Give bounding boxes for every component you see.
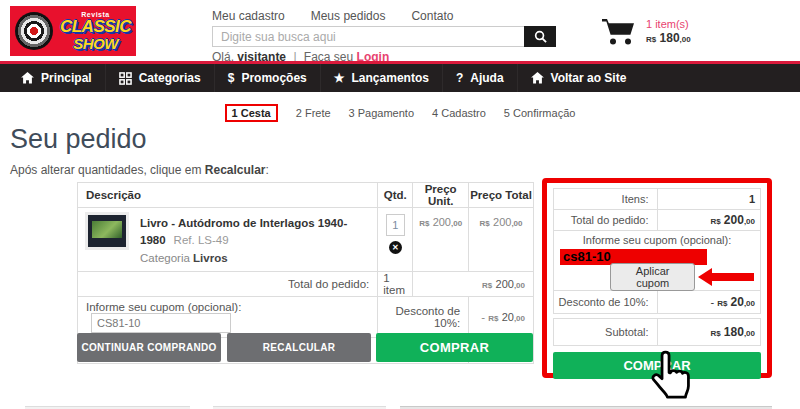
step-confirmacao[interactable]: 5 Confirmação (504, 107, 576, 119)
search-button[interactable] (524, 26, 556, 47)
link-meus-pedidos[interactable]: Meus pedidos (311, 9, 386, 23)
quantity-input[interactable] (386, 214, 405, 236)
summary-subtotal-row: Subtotal: R$ 180,00 (554, 319, 761, 346)
main-navbar: Principal Categorias $ Promoções ★ Lança… (0, 61, 800, 92)
step-pagamento[interactable]: 3 Pagamento (349, 107, 414, 119)
checkout-page: Revista CLASSIC SHOW Meu cadastro Meus p… (0, 0, 800, 409)
search-bar (212, 26, 556, 47)
summary-items-value: 1 (657, 189, 761, 210)
discount-label: Desconto de 10%: (378, 296, 469, 337)
grid-icon (119, 72, 132, 85)
continue-shopping-button[interactable]: CONTINUAR COMPRANDO (77, 333, 221, 362)
unit-price: R$ 200,00 (419, 216, 462, 228)
summary-items-label: Itens: (554, 189, 658, 210)
order-total-qty: 1 item (378, 271, 413, 296)
discount-value: - R$ 20,00 (481, 311, 525, 323)
line-total-price: R$ 200,00 (480, 216, 523, 228)
product-thumbnail[interactable] (85, 212, 129, 250)
nav-item-ajuda[interactable]: ? Ajuda (442, 64, 517, 92)
nav-item-promocoes[interactable]: $ Promoções (214, 64, 320, 92)
cart-total: R$ 180,00 (646, 31, 691, 47)
nav-item-categorias[interactable]: Categorias (105, 64, 214, 92)
summary-coupon-label: Informe seu cupom (opcional): (558, 234, 756, 246)
store-logo[interactable]: Revista CLASSIC SHOW (10, 6, 136, 56)
page-note: Após alterar quantidades, clique em Reca… (10, 163, 269, 177)
product-ref: Ref. LS-49 (174, 234, 229, 246)
summary-total-value: R$ 200,00 (711, 214, 755, 226)
cursor-hand-icon (648, 349, 696, 405)
product-category[interactable]: Livros (193, 252, 228, 264)
col-header-descricao: Descrição (78, 183, 378, 208)
coupon-label: Informe seu cupom (opcional): (86, 301, 241, 313)
coupon-input[interactable] (91, 313, 231, 333)
header-links: Meu cadastro Meus pedidos Contato (212, 9, 453, 23)
recalculate-button[interactable]: RECALCULAR (227, 333, 371, 362)
step-frete[interactable]: 2 Frete (296, 107, 331, 119)
summary-total-row: Total do pedido: R$ 200,00 (554, 210, 761, 231)
apply-coupon-button[interactable]: Aplicar cupom (610, 263, 695, 291)
step-cesta: 1 Cesta (225, 104, 278, 122)
col-header-qtd: Qtd. (378, 183, 413, 208)
summary-coupon-row: Informe seu cupom (opcional): cs81-10 Ap… (554, 231, 761, 291)
product-row: Livro - Autódromo de Interlagos 1940-198… (78, 208, 534, 272)
buy-button-main[interactable]: COMPRAR (376, 333, 533, 362)
page-title: Seu pedido (10, 124, 147, 155)
home-icon (531, 72, 544, 84)
col-header-preco-unit: Preço Unit. (413, 183, 469, 208)
order-total-label: Total do pedido: (78, 271, 378, 296)
logo-classic-text: CLASSIC (55, 18, 136, 35)
order-summary-annotated: Itens: 1 Total do pedido: R$ 200,00 Info… (542, 178, 772, 378)
summary-discount-row: Desconto de 10%: - R$ 20,00 (554, 291, 761, 314)
link-contato[interactable]: Contato (411, 9, 453, 23)
dollar-icon: $ (228, 71, 235, 85)
coupon-discount-row: Informe seu cupom (opcional): Desconto d… (78, 296, 534, 337)
search-input[interactable] (212, 26, 524, 47)
nav-item-voltar-ao-site[interactable]: Voltar ao Site (517, 64, 640, 92)
annotation-arrow-icon (698, 268, 756, 286)
summary-table: Itens: 1 Total do pedido: R$ 200,00 Info… (553, 188, 761, 346)
cart-table-header-row: Descrição Qtd. Preço Unit. Preço Total (78, 183, 534, 208)
step-cadastro[interactable]: 4 Cadastro (432, 107, 486, 119)
logo-show-text: SHOW (55, 36, 136, 51)
cart-item-count: 1 item(s) (646, 17, 691, 31)
question-icon: ? (456, 71, 463, 85)
search-icon (534, 30, 547, 43)
home-icon (21, 72, 34, 84)
order-total-row: Total do pedido: 1 item R$ 200,00 (78, 271, 534, 296)
checkout-steps: 1 Cesta 2 Frete 3 Pagamento 4 Cadastro 5… (0, 104, 800, 122)
summary-discount-label: Desconto de 10%: (554, 291, 658, 314)
summary-total-label: Total do pedido: (554, 210, 658, 231)
cart-icon (600, 17, 636, 47)
summary-items-row: Itens: 1 (554, 189, 761, 210)
product-name[interactable]: Livro - Autódromo de Interlagos 1940-198… (140, 217, 347, 246)
col-header-preco-total: Preço Total (469, 183, 534, 208)
mini-cart[interactable]: 1 item(s) R$ 180,00 (600, 17, 691, 47)
summary-discount-value: - R$ 20,00 (710, 296, 755, 308)
nav-item-lancamentos[interactable]: ★ Lançamentos (320, 64, 442, 92)
star-icon: ★ (334, 71, 345, 85)
summary-subtotal-label: Subtotal: (554, 319, 658, 346)
link-meu-cadastro[interactable]: Meu cadastro (212, 9, 285, 23)
remove-item-icon[interactable]: ✕ (389, 241, 402, 254)
product-category-label: Categoria (140, 252, 190, 264)
target-logo-icon (15, 12, 53, 50)
order-total-value: R$ 200,00 (482, 278, 525, 290)
nav-item-principal[interactable]: Principal (8, 64, 105, 92)
summary-subtotal-value: R$ 180,00 (711, 326, 755, 338)
